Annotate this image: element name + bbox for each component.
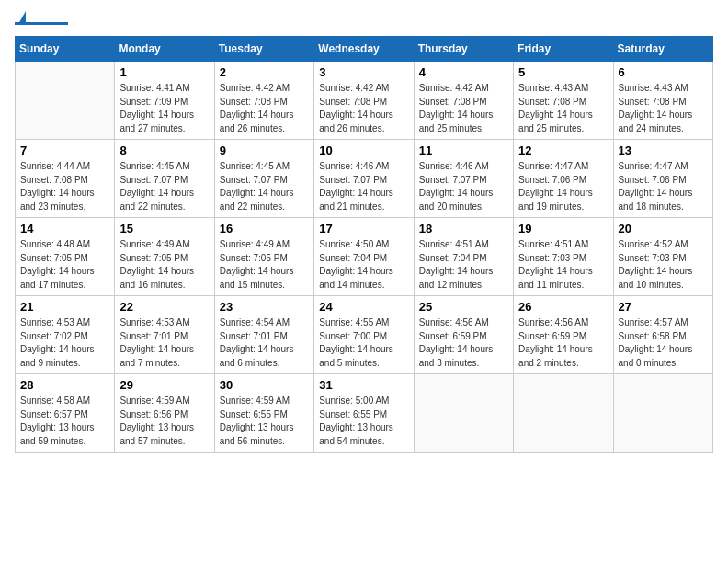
calendar-cell: 29Sunrise: 4:59 AM Sunset: 6:56 PM Dayli… xyxy=(115,374,214,453)
day-number: 9 xyxy=(220,144,309,157)
calendar-table: SundayMondayTuesdayWednesdayThursdayFrid… xyxy=(15,36,713,453)
day-info: Sunrise: 4:58 AM Sunset: 6:57 PM Dayligh… xyxy=(20,395,109,448)
day-number: 3 xyxy=(319,65,408,79)
day-number: 1 xyxy=(119,65,209,79)
day-of-week-header: Wednesday xyxy=(314,37,414,62)
day-number: 31 xyxy=(319,378,408,392)
day-info: Sunrise: 4:44 AM Sunset: 7:08 PM Dayligh… xyxy=(20,160,109,213)
day-number: 15 xyxy=(119,222,209,236)
calendar-week-row: 7Sunrise: 4:44 AM Sunset: 7:08 PM Daylig… xyxy=(16,140,713,218)
day-number: 13 xyxy=(619,144,708,157)
calendar-cell: 3Sunrise: 4:42 AM Sunset: 7:08 PM Daylig… xyxy=(314,62,414,140)
day-number: 23 xyxy=(220,300,309,314)
day-info: Sunrise: 4:41 AM Sunset: 7:09 PM Dayligh… xyxy=(119,82,209,135)
day-info: Sunrise: 4:56 AM Sunset: 6:59 PM Dayligh… xyxy=(518,316,608,370)
calendar-cell: 4Sunrise: 4:42 AM Sunset: 7:08 PM Daylig… xyxy=(414,62,513,140)
day-info: Sunrise: 4:47 AM Sunset: 7:06 PM Dayligh… xyxy=(518,160,608,213)
day-number: 27 xyxy=(619,300,708,314)
calendar-cell: 16Sunrise: 4:49 AM Sunset: 7:05 PM Dayli… xyxy=(214,218,313,296)
calendar-cell: 26Sunrise: 4:56 AM Sunset: 6:59 PM Dayli… xyxy=(514,296,613,374)
day-number: 2 xyxy=(220,65,309,79)
day-number: 7 xyxy=(20,144,109,157)
day-number: 21 xyxy=(20,300,109,314)
day-number: 6 xyxy=(619,65,708,79)
calendar-cell: 10Sunrise: 4:46 AM Sunset: 7:07 PM Dayli… xyxy=(314,140,414,218)
day-info: Sunrise: 4:57 AM Sunset: 6:58 PM Dayligh… xyxy=(619,316,708,370)
day-number: 18 xyxy=(419,222,508,236)
day-info: Sunrise: 4:55 AM Sunset: 7:00 PM Dayligh… xyxy=(319,316,408,370)
day-info: Sunrise: 4:59 AM Sunset: 6:55 PM Dayligh… xyxy=(220,395,309,448)
day-info: Sunrise: 4:42 AM Sunset: 7:08 PM Dayligh… xyxy=(419,82,508,135)
day-number: 20 xyxy=(619,222,708,236)
day-info: Sunrise: 4:46 AM Sunset: 7:07 PM Dayligh… xyxy=(319,160,408,213)
calendar-cell: 5Sunrise: 4:43 AM Sunset: 7:08 PM Daylig… xyxy=(514,62,613,140)
day-of-week-header: Sunday xyxy=(16,37,115,62)
calendar-cell: 7Sunrise: 4:44 AM Sunset: 7:08 PM Daylig… xyxy=(16,140,115,218)
calendar-cell: 25Sunrise: 4:56 AM Sunset: 6:59 PM Dayli… xyxy=(414,296,513,374)
day-number: 16 xyxy=(220,222,309,236)
calendar-cell: 22Sunrise: 4:53 AM Sunset: 7:01 PM Dayli… xyxy=(115,296,214,374)
day-number: 14 xyxy=(20,222,109,236)
day-info: Sunrise: 4:51 AM Sunset: 7:04 PM Dayligh… xyxy=(419,238,508,292)
day-info: Sunrise: 4:46 AM Sunset: 7:07 PM Dayligh… xyxy=(419,160,508,213)
day-number: 30 xyxy=(220,378,309,392)
calendar-cell: 23Sunrise: 4:54 AM Sunset: 7:01 PM Dayli… xyxy=(214,296,313,374)
day-number: 28 xyxy=(20,378,109,392)
day-number: 12 xyxy=(518,144,608,157)
day-info: Sunrise: 4:53 AM Sunset: 7:02 PM Dayligh… xyxy=(20,316,109,370)
day-info: Sunrise: 4:59 AM Sunset: 6:56 PM Dayligh… xyxy=(119,395,209,448)
day-number: 25 xyxy=(419,300,508,314)
calendar-cell xyxy=(414,374,513,453)
day-of-week-header: Thursday xyxy=(414,37,513,62)
page-header xyxy=(15,15,713,25)
day-number: 5 xyxy=(518,65,608,79)
day-info: Sunrise: 4:45 AM Sunset: 7:07 PM Dayligh… xyxy=(220,160,309,213)
day-info: Sunrise: 4:47 AM Sunset: 7:06 PM Dayligh… xyxy=(619,160,708,213)
calendar-week-row: 28Sunrise: 4:58 AM Sunset: 6:57 PM Dayli… xyxy=(16,374,713,453)
day-number: 11 xyxy=(419,144,508,157)
day-info: Sunrise: 4:49 AM Sunset: 7:05 PM Dayligh… xyxy=(220,238,309,292)
calendar-cell: 19Sunrise: 4:51 AM Sunset: 7:03 PM Dayli… xyxy=(514,218,613,296)
day-info: Sunrise: 4:42 AM Sunset: 7:08 PM Dayligh… xyxy=(220,82,309,135)
day-number: 4 xyxy=(419,65,508,79)
calendar-cell: 13Sunrise: 4:47 AM Sunset: 7:06 PM Dayli… xyxy=(613,140,712,218)
calendar-week-row: 14Sunrise: 4:48 AM Sunset: 7:05 PM Dayli… xyxy=(16,218,713,296)
day-number: 24 xyxy=(319,300,408,314)
calendar-cell: 21Sunrise: 4:53 AM Sunset: 7:02 PM Dayli… xyxy=(16,296,115,374)
calendar-cell: 2Sunrise: 4:42 AM Sunset: 7:08 PM Daylig… xyxy=(214,62,313,140)
day-info: Sunrise: 4:56 AM Sunset: 6:59 PM Dayligh… xyxy=(419,316,508,370)
calendar-cell: 11Sunrise: 4:46 AM Sunset: 7:07 PM Dayli… xyxy=(414,140,513,218)
calendar-week-row: 1Sunrise: 4:41 AM Sunset: 7:09 PM Daylig… xyxy=(16,62,713,140)
calendar-cell: 8Sunrise: 4:45 AM Sunset: 7:07 PM Daylig… xyxy=(115,140,214,218)
day-info: Sunrise: 4:48 AM Sunset: 7:05 PM Dayligh… xyxy=(20,238,109,292)
calendar-cell: 6Sunrise: 4:43 AM Sunset: 7:08 PM Daylig… xyxy=(613,62,712,140)
day-number: 19 xyxy=(518,222,608,236)
day-info: Sunrise: 4:54 AM Sunset: 7:01 PM Dayligh… xyxy=(220,316,309,370)
calendar-cell: 1Sunrise: 4:41 AM Sunset: 7:09 PM Daylig… xyxy=(115,62,214,140)
calendar-cell: 27Sunrise: 4:57 AM Sunset: 6:58 PM Dayli… xyxy=(613,296,712,374)
calendar-week-row: 21Sunrise: 4:53 AM Sunset: 7:02 PM Dayli… xyxy=(16,296,713,374)
calendar-header-row: SundayMondayTuesdayWednesdayThursdayFrid… xyxy=(16,37,713,62)
calendar-cell xyxy=(16,62,115,140)
calendar-cell: 9Sunrise: 4:45 AM Sunset: 7:07 PM Daylig… xyxy=(214,140,313,218)
calendar-cell: 28Sunrise: 4:58 AM Sunset: 6:57 PM Dayli… xyxy=(16,374,115,453)
day-info: Sunrise: 4:53 AM Sunset: 7:01 PM Dayligh… xyxy=(119,316,209,370)
day-info: Sunrise: 4:51 AM Sunset: 7:03 PM Dayligh… xyxy=(518,238,608,292)
day-info: Sunrise: 4:43 AM Sunset: 7:08 PM Dayligh… xyxy=(518,82,608,135)
calendar-cell: 15Sunrise: 4:49 AM Sunset: 7:05 PM Dayli… xyxy=(115,218,214,296)
calendar-cell: 14Sunrise: 4:48 AM Sunset: 7:05 PM Dayli… xyxy=(16,218,115,296)
day-number: 26 xyxy=(518,300,608,314)
calendar-cell xyxy=(514,374,613,453)
day-info: Sunrise: 4:50 AM Sunset: 7:04 PM Dayligh… xyxy=(319,238,408,292)
day-number: 8 xyxy=(119,144,209,157)
day-info: Sunrise: 4:42 AM Sunset: 7:08 PM Dayligh… xyxy=(319,82,408,135)
day-number: 22 xyxy=(119,300,209,314)
day-number: 10 xyxy=(319,144,408,157)
day-of-week-header: Saturday xyxy=(613,37,712,62)
day-of-week-header: Tuesday xyxy=(214,37,313,62)
logo xyxy=(15,15,68,25)
day-of-week-header: Monday xyxy=(115,37,214,62)
day-info: Sunrise: 4:43 AM Sunset: 7:08 PM Dayligh… xyxy=(619,82,708,135)
day-of-week-header: Friday xyxy=(514,37,613,62)
day-info: Sunrise: 4:45 AM Sunset: 7:07 PM Dayligh… xyxy=(119,160,209,213)
